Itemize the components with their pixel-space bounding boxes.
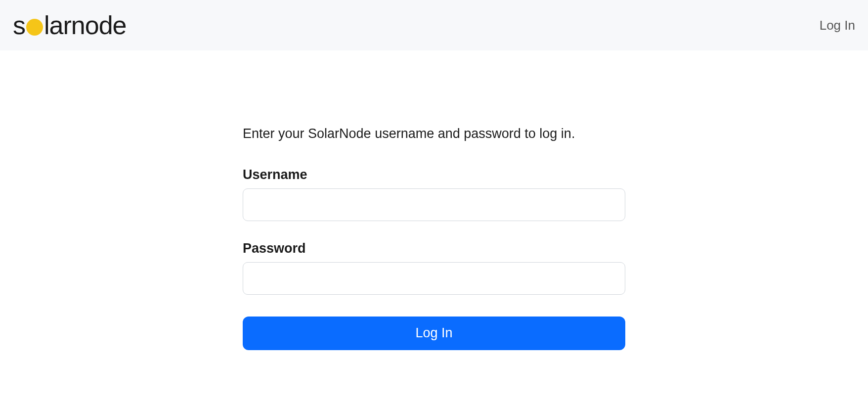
logo-text-suffix: larnode (44, 10, 126, 40)
login-form-container: Enter your SolarNode username and passwo… (233, 50, 635, 350)
password-input[interactable] (243, 262, 625, 295)
page-header: s larnode Log In (0, 0, 868, 50)
password-group: Password (243, 241, 625, 295)
username-input[interactable] (243, 188, 625, 221)
username-label: Username (243, 167, 625, 182)
password-label: Password (243, 241, 625, 256)
logo-text-prefix: s (13, 10, 25, 40)
login-instruction: Enter your SolarNode username and passwo… (243, 125, 625, 143)
nav-login-link[interactable]: Log In (820, 18, 855, 33)
username-group: Username (243, 167, 625, 221)
brand-logo: s larnode (13, 10, 126, 40)
login-button[interactable]: Log In (243, 317, 625, 350)
sun-icon (26, 19, 43, 36)
